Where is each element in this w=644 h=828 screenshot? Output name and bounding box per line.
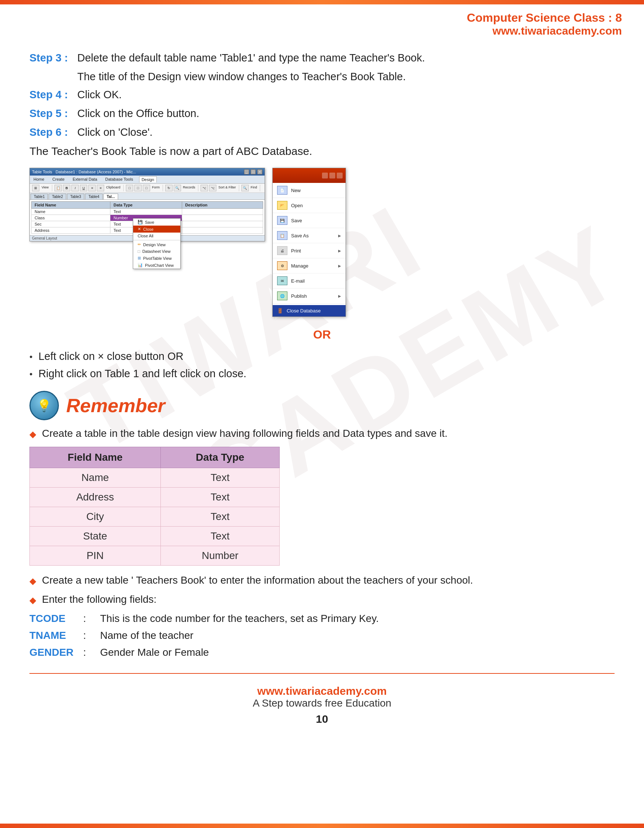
toolbar-btn-underline[interactable]: U	[80, 185, 87, 191]
field-code: TNAME	[30, 630, 77, 641]
remember-bullet-text-2: Create a new table ' Teachers Book' to e…	[42, 574, 473, 586]
toolbar-btn-paste[interactable]: 📋	[55, 185, 62, 191]
ribbon-tab-external[interactable]: External Data	[70, 176, 99, 182]
toolbar-btn-filter2[interactable]: ⌥	[209, 185, 216, 191]
desc-1	[182, 209, 263, 215]
close-menu-icon: ✕	[138, 227, 141, 232]
diamond-bullet-3: ◆	[30, 595, 36, 605]
status-text: General Layout	[32, 236, 57, 240]
bullet-section-2: ◆ Create a new table ' Teachers Book' to…	[30, 574, 614, 605]
field-def-item: TCODE : This is the code number for the …	[30, 613, 614, 624]
access-tab-table4[interactable]: Table4	[85, 194, 102, 199]
access-tab-table3[interactable]: Table3	[67, 194, 84, 199]
step5-label: Step 5 :	[30, 107, 77, 119]
remember-bullet-2: ◆ Create a new table ' Teachers Book' to…	[30, 574, 614, 586]
new-icon: 📄	[277, 186, 287, 194]
or-divider: OR	[30, 328, 614, 342]
toolbar-btn-bold[interactable]: B	[63, 185, 70, 191]
access-table-area: Field Name Data Type Description Name Te…	[30, 200, 265, 235]
office-menu-open[interactable]: 📂 Open	[273, 198, 346, 213]
ribbon-tab-dbtools[interactable]: Database Tools	[103, 176, 135, 182]
type-cell: Text	[160, 488, 279, 507]
office-menu-print[interactable]: 🖨 Print ▶	[273, 243, 346, 258]
field-cell: City	[30, 507, 161, 527]
new-label: New	[291, 188, 341, 193]
field-cell: PIN	[30, 546, 161, 566]
access-title-text: Table Tools Database1 : Database (Access…	[32, 169, 136, 174]
context-menu-pivottable[interactable]: ⊞ PivotTable View	[133, 255, 180, 262]
toolbar-btn-rec2[interactable]: 🔍	[174, 185, 181, 191]
saveas-arrow: ▶	[338, 234, 341, 238]
toolbar-group-clipboard: 📋 B I U ≡ ≡ Clipboard	[55, 185, 124, 191]
office-menu-new[interactable]: 📄 New	[273, 183, 346, 198]
close-icon[interactable]: ×	[257, 169, 262, 174]
context-menu-design[interactable]: ✏ Design View	[133, 241, 180, 248]
save-menu-label: Save	[145, 220, 154, 224]
office-menu-publish[interactable]: 🌐 Publish ▶	[273, 289, 346, 304]
footer-tagline: A Step towards free Education	[30, 697, 614, 709]
office-menu-email[interactable]: ✉ E-mail	[273, 273, 346, 289]
desc-3	[182, 221, 263, 227]
office-panel: 📄 New 📂 Open 💾 Save 📋 Save As ▶ 🖨 Print …	[272, 168, 346, 317]
ribbon-tab-create[interactable]: Create	[50, 176, 67, 182]
step4-row: Step 4 : Click OK.	[30, 89, 614, 101]
toolbar-btn-form2[interactable]: □	[134, 185, 142, 191]
context-menu-save[interactable]: 💾 Save	[133, 219, 180, 226]
remember-section: 💡 Remember	[30, 391, 614, 420]
ms-access-window: Table Tools Database1 : Database (Access…	[30, 168, 265, 242]
toolbar-btn-align[interactable]: ≡	[88, 185, 96, 191]
field-desc: Gender Male or Female	[100, 646, 209, 659]
toolbar-group-find: 🔍 Find	[241, 185, 260, 191]
remember-title: Remember	[66, 395, 165, 417]
diamond-bullet-2: ◆	[30, 576, 36, 586]
diamond-bullet-1: ◆	[30, 429, 36, 439]
close-db-label: Close Database	[287, 308, 341, 314]
toolbar-btn-filter[interactable]: ⌥	[201, 185, 208, 191]
ribbon-tab-home[interactable]: Home	[31, 176, 46, 182]
bullet-item-1: • Left click on × close button OR	[30, 350, 614, 362]
remember-bullet-text-1: Create a table in the table design view …	[42, 428, 448, 439]
office-menu-saveas[interactable]: 📋 Save As ▶	[273, 228, 346, 243]
pivottable-menu-icon: ⊞	[138, 256, 141, 260]
pivotchart-menu-icon: 📊	[138, 263, 143, 268]
step3-label: Step 3 :	[30, 52, 77, 64]
close-menu-label: Close	[143, 227, 154, 232]
field-def-item: GENDER : Gender Male or Female	[30, 646, 614, 659]
office-header-icons	[322, 172, 343, 179]
field-name-1: Name	[31, 209, 110, 215]
toolbar-btn-align2[interactable]: ≡	[97, 185, 104, 191]
toolbar-btn-form1[interactable]: □	[126, 185, 133, 191]
context-menu-pivotchart[interactable]: 📊 PivotChart View	[133, 262, 180, 269]
context-separator-1	[133, 240, 180, 240]
access-tab-table1[interactable]: Table1	[31, 194, 48, 199]
minimize-icon[interactable]: _	[244, 169, 249, 174]
field-cell: State	[30, 527, 161, 546]
toolbar-btn-italic[interactable]: I	[71, 185, 79, 191]
field-colon: :	[83, 646, 94, 659]
type-cell: Text	[160, 507, 279, 527]
header-text: Computer Science Class : 8 www.tiwariaca…	[467, 11, 622, 37]
office-menu-manage[interactable]: ⚙ Manage ▶	[273, 258, 346, 273]
saveas-icon: 📋	[277, 231, 287, 240]
office-menu-save[interactable]: 💾 Save	[273, 213, 346, 228]
bullet-dot-1: •	[30, 352, 32, 362]
save-menu-icon: 💾	[138, 220, 143, 224]
maximize-icon[interactable]: □	[251, 169, 256, 174]
toolbar-btn-view[interactable]: ⊞	[32, 185, 39, 191]
bullet-dot-2: •	[30, 369, 32, 380]
toolbar-btn-find[interactable]: 🔍	[241, 185, 249, 191]
toolbar-btn-rec1[interactable]: ↻	[165, 185, 172, 191]
toolbar-btn-form3[interactable]: □	[143, 185, 150, 191]
access-tab-table5[interactable]: Tal...	[103, 194, 118, 199]
print-arrow: ▶	[338, 249, 341, 253]
context-menu-datasheet[interactable]: □ Datasheet View	[133, 248, 180, 255]
desc-2	[182, 215, 263, 221]
design-menu-icon: ✏	[138, 242, 141, 247]
ribbon-tab-design[interactable]: Design	[139, 176, 157, 182]
office-menu-close-database[interactable]: 🚪 Close Database	[273, 305, 346, 317]
context-menu-closeall[interactable]: Close All	[133, 232, 180, 239]
context-menu-close[interactable]: ✕ Close	[133, 226, 180, 232]
remember-icon: 💡	[30, 391, 59, 420]
access-tab-table2[interactable]: Table2	[49, 194, 66, 199]
pivottable-menu-label: PivotTable View	[143, 256, 171, 260]
